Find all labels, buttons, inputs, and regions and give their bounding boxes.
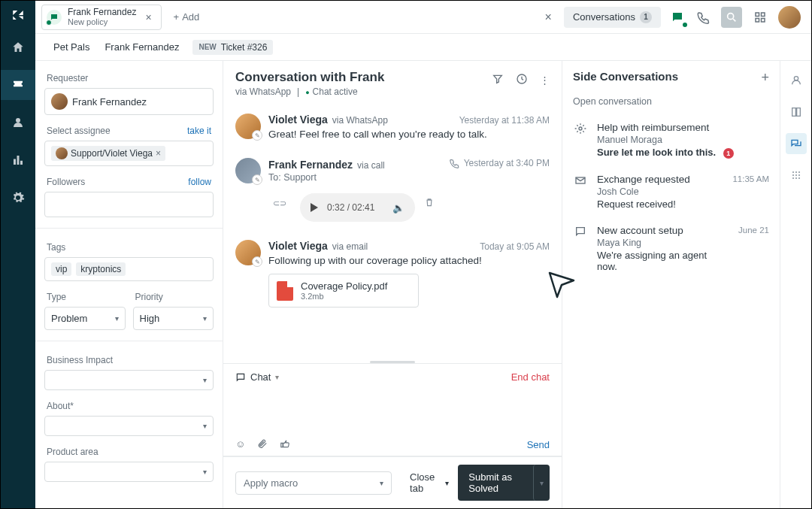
priority-label: Priority: [135, 292, 212, 302]
impact-select[interactable]: [44, 370, 214, 390]
about-label: About*: [47, 401, 211, 411]
priority-select[interactable]: High: [133, 307, 214, 330]
take-it-link[interactable]: take it: [187, 126, 211, 136]
filter-icon[interactable]: [492, 73, 504, 87]
ticket-fields-panel: Requester Frank Fernandez Select assigne…: [35, 61, 223, 508]
gear-icon: [573, 122, 588, 159]
side-conversation-item[interactable]: New account setup Maya King We're assign…: [573, 217, 769, 280]
crumb-org[interactable]: Pet Pals: [47, 38, 95, 56]
message-to: To: Support: [268, 172, 550, 183]
assignee-field[interactable]: Support/Violet Viega ×: [44, 141, 214, 166]
message-avatar: ✎: [235, 240, 261, 265]
svg-rect-1: [756, 13, 759, 17]
nav-admin[interactable]: [1, 183, 35, 213]
search-close-icon[interactable]: ×: [533, 11, 564, 24]
followers-field[interactable]: [44, 192, 214, 217]
submit-dropdown[interactable]: [533, 465, 550, 501]
about-select[interactable]: [44, 416, 214, 436]
apply-macro-select[interactable]: Apply macro: [235, 471, 392, 495]
audio-player[interactable]: 0:32 / 02:41 🔈: [300, 193, 415, 222]
search-box-icon[interactable]: [721, 7, 742, 28]
delete-icon[interactable]: [424, 197, 435, 210]
chat-status-icon[interactable]: [670, 10, 685, 25]
phone-icon[interactable]: [695, 10, 710, 25]
nav-tickets[interactable]: [1, 70, 35, 100]
svg-rect-3: [756, 18, 759, 22]
history-icon[interactable]: [516, 73, 528, 87]
tag-chip[interactable]: kryptonics: [76, 262, 126, 276]
follow-link[interactable]: follow: [188, 177, 211, 187]
message-time: Yesterday at 11:38 AM: [459, 115, 550, 126]
side-conversation-item[interactable]: Exchange requested Josh Cole Request rec…: [573, 166, 769, 217]
chat-icon: [235, 372, 246, 383]
svg-point-8: [794, 77, 798, 80]
attachment-chip[interactable]: Coverage Policy.pdf 3.2mb: [268, 274, 419, 308]
followers-label: Followers follow: [47, 177, 211, 187]
close-tab-button[interactable]: Close tab▾: [410, 471, 449, 494]
requester-avatar: [51, 93, 68, 110]
send-button[interactable]: Send: [527, 439, 550, 450]
composer-input[interactable]: [223, 390, 562, 434]
svg-point-13: [795, 174, 797, 176]
emoji-icon[interactable]: ☺: [235, 438, 245, 451]
ticket-pill[interactable]: NEW Ticket #326: [192, 40, 273, 55]
submit-button[interactable]: Submit as Solved: [458, 465, 539, 501]
tab-open-ticket[interactable]: Frank Fernandez New policy ×: [41, 5, 162, 30]
svg-point-9: [792, 171, 794, 173]
knowledge-icon[interactable]: [786, 101, 807, 123]
svg-rect-4: [762, 18, 765, 22]
side-conversation-item[interactable]: Help with reimbursement Manuel Moraga Su…: [573, 114, 769, 166]
context-rail: [780, 61, 811, 508]
conversation-title: Conversation with Frank: [235, 70, 384, 85]
user-icon[interactable]: [786, 70, 807, 91]
end-chat-button[interactable]: End chat: [511, 371, 550, 383]
nav-customers[interactable]: [1, 108, 35, 138]
attachment-icon[interactable]: [257, 438, 268, 451]
svg-point-10: [795, 171, 797, 173]
breadcrumb: Pet Pals Frank Fernandez NEW Ticket #326: [35, 34, 811, 61]
nav-rail: [1, 1, 35, 508]
nav-home[interactable]: [1, 32, 35, 62]
sc-sub: Manuel Moraga: [597, 135, 769, 145]
nav-reporting[interactable]: [1, 145, 35, 175]
conversation-panel: Conversation with Frank via WhatsApp | C…: [223, 61, 562, 508]
volume-icon[interactable]: 🔈: [392, 202, 404, 214]
more-icon[interactable]: ⋮: [540, 74, 550, 86]
type-select[interactable]: Problem: [44, 307, 126, 330]
channel-selector[interactable]: Chat ▾: [235, 371, 279, 383]
play-icon[interactable]: [311, 203, 318, 212]
product-label: Product area: [47, 447, 211, 457]
sc-title: Exchange requested: [597, 174, 723, 185]
message-text: Following up with our coverage policy at…: [268, 255, 550, 266]
pdf-icon: [277, 281, 293, 301]
side-conversations-icon[interactable]: [786, 133, 807, 154]
mail-icon: [573, 174, 588, 210]
apps-icon[interactable]: [753, 10, 768, 25]
assignee-chip[interactable]: Support/Violet Viega ×: [51, 146, 165, 161]
requester-field[interactable]: Frank Fernandez: [44, 88, 214, 115]
tag-chip[interactable]: vip: [51, 262, 71, 276]
topbar: Frank Fernandez New policy × + Add × Con…: [35, 1, 811, 34]
side-title: Side Conversations: [573, 70, 678, 83]
profile-avatar[interactable]: [778, 6, 801, 29]
add-side-conversation-icon[interactable]: +: [761, 70, 769, 86]
crumb-requester[interactable]: Frank Fernandez: [98, 38, 185, 56]
svg-rect-2: [762, 13, 765, 17]
assignee-avatar: [56, 147, 68, 159]
message-text: Great! Feel free to call when you're rea…: [268, 129, 550, 140]
side-subtitle: Open conversation: [573, 96, 769, 107]
tags-field[interactable]: vip kryptonics: [44, 257, 214, 281]
conversations-button[interactable]: Conversations 1: [564, 7, 661, 28]
chat-status: Chat active: [305, 86, 357, 97]
apps-grid-icon[interactable]: [786, 165, 807, 186]
product-select[interactable]: [44, 462, 214, 482]
add-tab-button[interactable]: + Add: [166, 11, 208, 23]
message-avatar: ✎: [235, 114, 261, 139]
tab-close-icon[interactable]: ×: [142, 11, 154, 23]
svg-point-15: [792, 177, 794, 179]
assignee-label: Select assignee take it: [47, 126, 211, 136]
thumbs-up-icon[interactable]: [280, 438, 290, 451]
message-avatar: ✎: [235, 158, 261, 183]
remove-assignee-icon[interactable]: ×: [156, 148, 161, 159]
audio-link-icon[interactable]: ⊂⊃: [268, 198, 291, 208]
